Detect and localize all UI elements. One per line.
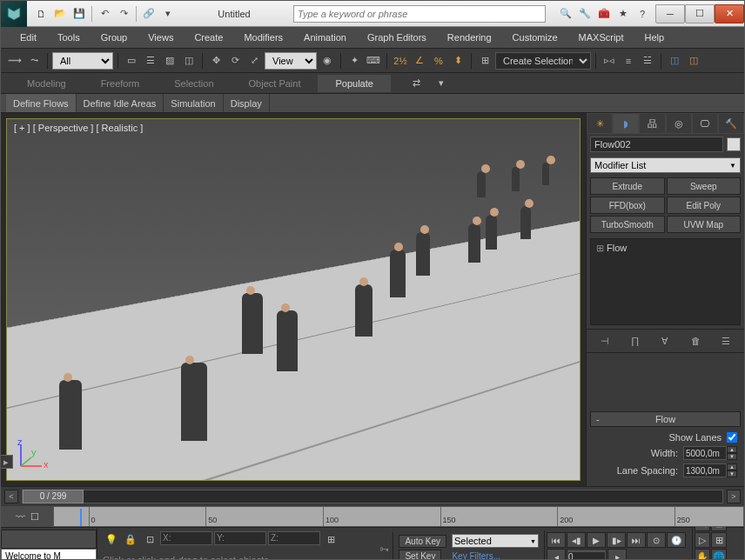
key-filter-dropdown[interactable]: Selected [452,534,539,548]
modify-tab-icon[interactable]: ◗ [613,113,639,134]
wrench-icon[interactable]: 🔧 [577,6,593,22]
viewport[interactable]: [ + ] [ Perspective ] [ Realistic ] [6,118,581,481]
display-tab-icon[interactable]: 🖵 [692,113,718,134]
coord-z[interactable]: Z: [268,531,320,545]
spinner-snap-icon[interactable]: ⬍ [449,52,466,70]
maximize-button[interactable]: ☐ [685,4,715,23]
btn-edit-poly[interactable]: Edit Poly [667,197,742,214]
script-listener[interactable]: Welcome to M [1,549,97,561]
tab-modeling[interactable]: Modeling [10,75,84,92]
spin-down-icon[interactable]: ▼ [727,453,737,460]
tab-selection[interactable]: Selection [157,75,231,92]
btn-ffd[interactable]: FFD(box) [590,197,665,214]
btn-extrude[interactable]: Extrude [590,177,665,195]
goto-start-icon[interactable]: ⏮ [547,532,566,548]
hierarchy-tab-icon[interactable]: 品 [639,113,665,134]
zoom-extents-icon[interactable]: ⊞ [711,532,727,548]
time-slider-track[interactable]: 0 / 299 [22,490,723,503]
menu-rendering[interactable]: Rendering [437,29,502,46]
create-tab-icon[interactable]: ✳ [587,113,613,134]
time-prev-icon[interactable]: < [4,490,18,503]
viewport-label[interactable]: [ + ] [ Perspective ] [ Realistic ] [14,123,143,133]
menu-modifiers[interactable]: Modifiers [233,29,293,46]
show-end-icon[interactable]: ∏ [628,333,643,349]
star-icon[interactable]: ★ [615,6,631,22]
keyfilters-button[interactable]: Key Filters... [446,550,506,560]
mirror-icon[interactable]: ▹◃ [601,52,618,70]
qat-dropdown-icon[interactable]: ▾ [159,5,177,23]
menu-graph-editors[interactable]: Graph Editors [357,29,437,46]
curve-editor-icon[interactable]: ◫ [666,52,683,70]
lock-icon[interactable]: 💡 [103,531,120,549]
mini-curve-icon[interactable]: 〰 [16,511,25,522]
key-mode-icon[interactable]: 🗝 [375,533,393,561]
ribbon-toggle-icon[interactable]: ⇄ [408,75,426,92]
manipulate-icon[interactable]: ✦ [346,52,363,70]
menu-tools[interactable]: Tools [47,29,91,46]
next-key-icon[interactable]: ▸ [607,549,627,560]
motion-tab-icon[interactable]: ◎ [666,113,692,134]
unlink-icon[interactable]: ⤳ [25,52,43,70]
lane-spacing-spinner[interactable]: ▲▼ [683,463,737,477]
menu-maxscript[interactable]: MAXScript [568,29,634,46]
lock-sel-icon[interactable]: 🔒 [122,531,139,549]
move-icon[interactable]: ✥ [207,52,225,70]
coord-y[interactable]: Y: [214,531,266,545]
selection-filter-dropdown[interactable]: All [52,52,113,70]
named-sel-icon[interactable]: ⊞ [476,52,493,70]
menu-views[interactable]: Views [138,29,184,46]
minimize-button[interactable]: ─ [655,4,685,23]
object-name-input[interactable] [590,137,723,152]
prev-frame-icon[interactable]: ◂▮ [567,532,586,548]
layers-icon[interactable]: ☱ [639,52,656,70]
select-icon[interactable]: ▭ [123,52,140,70]
help-icon[interactable]: ? [634,6,650,22]
time-config-icon[interactable]: 🕐 [667,532,686,548]
btn-sweep[interactable]: Sweep [667,177,742,195]
show-lanes-checkbox[interactable] [727,432,737,443]
align-icon[interactable]: ≡ [620,52,637,70]
viewport-expand-icon[interactable]: ▸ [0,455,13,469]
key-mode-toggle-icon[interactable]: ⊙ [647,532,666,548]
rotate-icon[interactable]: ⟳ [226,52,244,70]
spin-down-icon[interactable]: ▼ [727,470,737,477]
setkey-button[interactable]: Set Key [399,550,441,560]
tab-object-paint[interactable]: Object Paint [232,75,319,92]
remove-icon[interactable]: 🗑 [688,333,703,349]
select-region-icon[interactable]: ▨ [161,52,178,70]
btn-uvw-map[interactable]: UVW Map [667,216,742,233]
select-name-icon[interactable]: ☰ [142,52,159,70]
close-button[interactable]: ✕ [715,4,744,23]
modifier-stack[interactable]: Flow [590,238,741,325]
menu-customize[interactable]: Customize [502,29,568,46]
redo-icon[interactable]: ↷ [115,5,132,23]
coord-x[interactable]: X: [160,531,212,545]
autokey-button[interactable]: Auto Key [399,535,446,548]
spin-up-icon[interactable]: ▲ [727,446,737,453]
named-selection-dropdown[interactable]: Create Selection Se [495,52,591,70]
object-color-swatch[interactable] [727,137,741,151]
configure-icon[interactable]: ☰ [718,333,734,349]
script-mini[interactable] [1,530,97,549]
subtab-define-idle[interactable]: Define Idle Areas [77,94,164,112]
subtab-define-flows[interactable]: Define Flows [6,94,77,112]
pan-icon[interactable]: ✋ [695,549,710,560]
toolbox-icon[interactable]: 🧰 [596,6,612,22]
menu-help[interactable]: Help [634,29,678,46]
angle-snap-icon[interactable]: ∠ [411,52,428,70]
pivot-icon[interactable]: ◉ [319,52,336,70]
save-icon[interactable]: 💾 [70,5,88,23]
modifier-list-dropdown[interactable]: Modifier List [590,157,741,173]
next-frame-icon[interactable]: ▮▸ [607,532,626,548]
percent-snap-icon[interactable]: % [430,52,447,70]
tab-populate[interactable]: Populate [318,75,390,92]
snap-icon[interactable]: 2½ [392,52,409,70]
expand-track-icon[interactable]: ☐ [30,511,39,523]
ref-coord-dropdown[interactable]: View [265,52,317,70]
spin-up-icon[interactable]: ▲ [727,463,737,470]
search-input[interactable] [293,5,546,23]
menu-create[interactable]: Create [184,29,233,46]
track-view-toggle[interactable]: 〰 ☐ [1,506,53,527]
scale-icon[interactable]: ⤢ [245,52,263,70]
time-ruler[interactable]: 0 50 100 150 200 250 [53,506,744,527]
